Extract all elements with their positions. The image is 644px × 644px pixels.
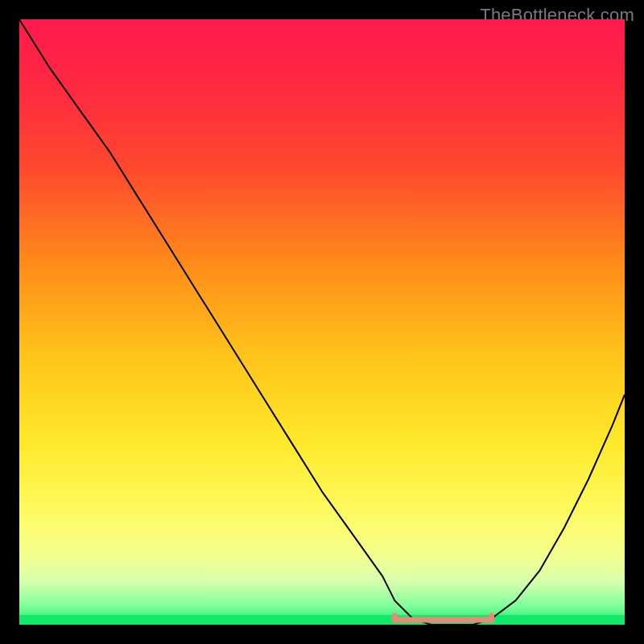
chart-stage: TheBottleneck.com [0, 0, 644, 644]
green-bottom-band [19, 615, 625, 625]
gradient-background [19, 19, 625, 625]
bottleneck-plot [19, 19, 625, 625]
